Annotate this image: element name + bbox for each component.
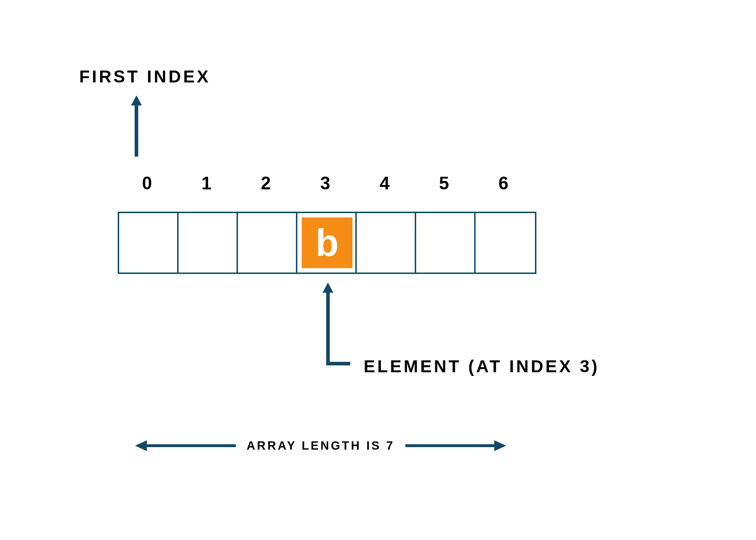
array-cell <box>476 213 535 273</box>
element-value: b <box>315 224 338 262</box>
first-index-label: FIRST INDEX <box>79 67 211 86</box>
index-row: 0 1 2 3 4 5 6 <box>118 173 534 194</box>
array-length-section: ARRAY LENGTH IS 7 <box>135 438 518 453</box>
array-cell <box>179 213 238 273</box>
arrow-elbow-icon <box>321 283 350 369</box>
array-cell <box>238 213 297 273</box>
svg-marker-1 <box>131 95 142 105</box>
index-label: 1 <box>177 173 237 194</box>
arrow-right-icon <box>405 438 506 453</box>
element-label: ELEMENT (AT INDEX 3) <box>364 356 599 376</box>
array-cell-highlighted: b <box>297 213 357 273</box>
index-label: 2 <box>237 173 296 194</box>
svg-marker-8 <box>494 440 506 451</box>
array-cell <box>416 213 476 273</box>
index-label: 4 <box>355 173 415 194</box>
index-label: 5 <box>415 173 474 194</box>
array-row: b <box>118 212 536 274</box>
array-cell <box>357 213 416 273</box>
array-cell <box>119 213 179 273</box>
element-box: b <box>302 217 352 268</box>
arrow-left-icon <box>135 438 236 453</box>
arrow-up-icon <box>131 95 142 157</box>
index-label: 6 <box>474 173 534 194</box>
array-length-label: ARRAY LENGTH IS 7 <box>236 439 405 453</box>
index-label: 0 <box>118 173 177 194</box>
index-label: 3 <box>296 173 355 194</box>
